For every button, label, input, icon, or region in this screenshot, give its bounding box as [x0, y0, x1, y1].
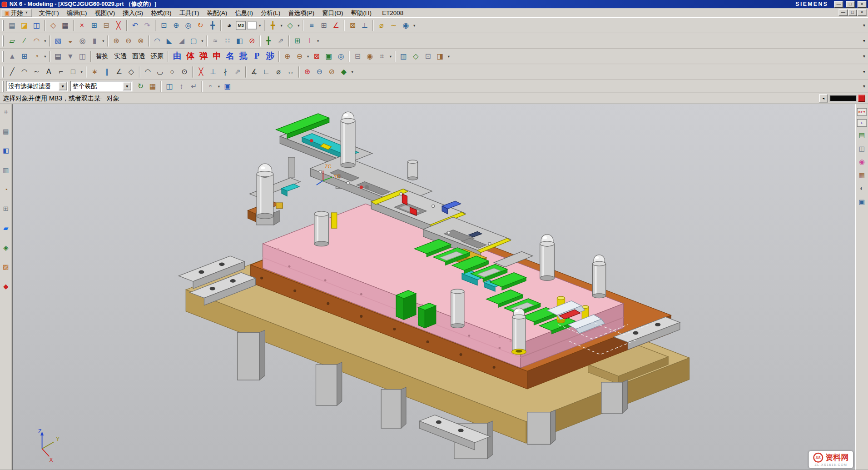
- highlight-icon[interactable]: ◫: [164, 80, 175, 91]
- child-minimize-button[interactable]: —: [838, 10, 848, 16]
- face-translucent-button[interactable]: 面透: [130, 51, 147, 61]
- constraint-icon[interactable]: ⊥: [359, 20, 370, 30]
- task-sketch-icon[interactable]: ◠: [31, 35, 42, 46]
- zoom-icon[interactable]: ◎: [183, 20, 193, 30]
- batch-tool[interactable]: 批: [238, 51, 250, 62]
- subtract-icon[interactable]: ⊖: [123, 35, 134, 46]
- dropdown-arrow[interactable]: ▾: [296, 23, 301, 28]
- extrude-icon[interactable]: ▧: [53, 35, 64, 46]
- dropdown-arrow[interactable]: ▾: [306, 54, 311, 59]
- dropdown-arrow[interactable]: ▾: [412, 23, 417, 28]
- attributes-icon[interactable]: ⊟: [352, 51, 363, 62]
- dropdown-arrow[interactable]: ▾: [79, 70, 84, 74]
- menu-item-分析(L)[interactable]: 分析(L): [257, 9, 284, 17]
- panel-icon[interactable]: ▣: [857, 197, 867, 207]
- list-view-icon[interactable]: ▤: [53, 51, 64, 62]
- menu-item-首选项(P)[interactable]: 首选项(P): [284, 9, 318, 17]
- cut-icon[interactable]: ×: [76, 20, 87, 30]
- updown-icon[interactable]: ↕: [176, 80, 187, 91]
- dim-diameter-icon[interactable]: ⌀: [273, 66, 284, 77]
- minimize-button[interactable]: —: [834, 1, 843, 8]
- menu-item-帮助(H)[interactable]: 帮助(H): [347, 9, 375, 17]
- new-file-icon[interactable]: ▤: [7, 20, 18, 30]
- toolbar-overflow-arrow[interactable]: ▾: [863, 69, 867, 74]
- boss-icon[interactable]: ▮: [89, 35, 100, 46]
- dropdown-arrow[interactable]: ▾: [43, 39, 48, 43]
- unite-icon[interactable]: ⊕: [111, 35, 122, 46]
- divide-curve-icon[interactable]: ∤: [220, 66, 231, 77]
- menu-item-工具(T)[interactable]: 工具(T): [175, 9, 203, 17]
- report-icon[interactable]: ◉: [364, 51, 375, 62]
- green-gem-icon[interactable]: ◈: [1, 243, 11, 253]
- graphics-viewport[interactable]: ZC YC: [12, 104, 855, 470]
- toolbar-drag-handle[interactable]: [2, 51, 4, 62]
- copy-icon[interactable]: ⊞: [89, 20, 99, 30]
- restore-button[interactable]: 还原: [149, 51, 166, 61]
- menu-item-编辑(E)[interactable]: 编辑(E): [63, 9, 91, 17]
- body-tool[interactable]: 体: [184, 51, 197, 62]
- dropdown-arrow[interactable]: ▾: [258, 23, 263, 28]
- draft-icon[interactable]: ◢: [176, 35, 187, 46]
- arc-down-icon[interactable]: ◡: [154, 66, 165, 77]
- explode-icon[interactable]: ⊕: [282, 51, 293, 62]
- chevron-down-icon[interactable]: ▼: [59, 82, 67, 90]
- child-close-button[interactable]: ×: [858, 10, 867, 16]
- edge-blend-icon[interactable]: ◠: [152, 35, 163, 46]
- delete-icon[interactable]: ╳: [113, 20, 124, 30]
- 3d-model-canvas[interactable]: ZC YC: [13, 104, 855, 470]
- add-component-icon[interactable]: ⊞: [292, 35, 303, 46]
- angle-icon[interactable]: ∠: [114, 66, 124, 77]
- chevron-down-icon[interactable]: ▼: [123, 82, 131, 90]
- collapse-icon[interactable]: ⊖: [294, 51, 305, 62]
- toolbar-overflow-arrow[interactable]: ▾: [863, 23, 867, 28]
- scroll-left-button[interactable]: ◂: [819, 94, 828, 102]
- dim-horizontal-icon[interactable]: ↔: [285, 66, 296, 77]
- menu-item-插入(S)[interactable]: 插入(S): [119, 9, 147, 17]
- view-layout-icon[interactable]: ⊞: [318, 20, 329, 30]
- dropdown-arrow[interactable]: ▾: [101, 39, 106, 43]
- revolve-icon[interactable]: ◒: [65, 35, 76, 46]
- project-curve-icon[interactable]: ⇗: [232, 66, 243, 77]
- rect-select-icon[interactable]: ▫: [205, 80, 216, 91]
- layers-icon[interactable]: ≡: [306, 20, 317, 30]
- filter-icon[interactable]: ▼: [65, 51, 76, 62]
- dialog-rail-icon[interactable]: ⌗: [1, 107, 11, 117]
- grid-snap-icon[interactable]: ⌗: [377, 51, 387, 62]
- wcs-icon[interactable]: ╋: [268, 20, 278, 30]
- paste-icon[interactable]: ⊟: [101, 20, 112, 30]
- variant-icon[interactable]: ◇: [410, 51, 421, 62]
- corner-icon[interactable]: ⌐: [55, 66, 66, 77]
- pencil-icon[interactable]: ▰: [1, 223, 11, 233]
- clearance-icon[interactable]: ▣: [323, 51, 334, 62]
- maximize-button[interactable]: □: [846, 1, 855, 8]
- titlebar[interactable]: NX 6 - Modeling - [XSQCJGUG60-0029.prt （…: [0, 0, 868, 8]
- selection-scope-combo[interactable]: 整个装配 ▼: [70, 81, 133, 91]
- mirror-assembly-icon[interactable]: ◨: [435, 51, 446, 62]
- move-object-icon[interactable]: ╋: [263, 35, 274, 46]
- polygon-icon[interactable]: ◇: [126, 66, 137, 77]
- chamfer-icon[interactable]: ◣: [164, 35, 175, 46]
- point-icon[interactable]: ∗: [89, 66, 100, 77]
- she-tool[interactable]: 涉: [264, 51, 276, 62]
- menu-item-窗口(O)[interactable]: 窗口(O): [318, 9, 347, 17]
- dropdown-arrow[interactable]: ▾: [43, 54, 48, 59]
- sketch-icon[interactable]: ◇: [48, 20, 59, 30]
- toolbar-drag-handle[interactable]: [2, 20, 4, 30]
- dim-angle-icon[interactable]: ∡: [248, 66, 259, 77]
- solid-translucent-button[interactable]: 实透: [112, 51, 129, 61]
- toolbar-overflow-arrow[interactable]: ▾: [863, 84, 867, 89]
- dropdown-arrow[interactable]: ▾: [388, 54, 393, 59]
- replace-button[interactable]: 替换: [94, 51, 111, 61]
- name-tool[interactable]: 名: [224, 51, 237, 62]
- render-style-chip[interactable]: M3: [236, 21, 246, 30]
- interference-icon[interactable]: ◎: [336, 51, 347, 62]
- start-menu-button[interactable]: ▣ 开始 ▾: [2, 9, 32, 17]
- hole-icon[interactable]: ◎: [77, 35, 88, 46]
- clip-icon[interactable]: ▥: [1, 165, 11, 175]
- menu-item-格式(R)[interactable]: 格式(R): [147, 9, 175, 17]
- dropdown-arrow[interactable]: ▾: [200, 39, 205, 43]
- pattern-icon[interactable]: ∷: [222, 35, 233, 46]
- redo-icon[interactable]: ↷: [142, 20, 153, 30]
- boolean-subtract-icon[interactable]: ⊖: [314, 66, 325, 77]
- window-list-icon[interactable]: ⊞: [1, 204, 11, 214]
